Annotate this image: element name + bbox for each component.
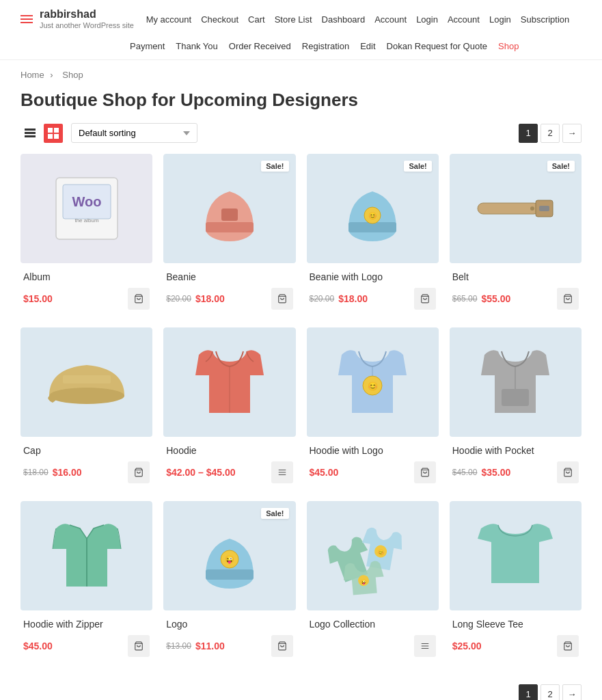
nav-dashboard[interactable]: Dashboard bbox=[322, 14, 366, 25]
product-info-hoodie-zipper: Hoodie with Zipper $45.00 bbox=[20, 610, 152, 664]
nav-account2[interactable]: Account bbox=[448, 14, 480, 25]
product-name-beanie: Beanie bbox=[166, 271, 292, 282]
add-to-cart-hoodie-zipper[interactable] bbox=[128, 635, 150, 657]
price-old-hoodie-pocket: $45.00 bbox=[452, 468, 478, 477]
svg-rect-23 bbox=[539, 206, 549, 211]
price-hoodie: $42.00 – $45.00 bbox=[166, 467, 235, 478]
price-new-beanie: $18.00 bbox=[195, 293, 225, 304]
product-image-hoodie[interactable] bbox=[163, 327, 295, 437]
page-next-bottom[interactable]: → bbox=[562, 684, 582, 700]
add-to-cart-longsleeve[interactable] bbox=[557, 635, 579, 657]
page-2-bottom[interactable]: 2 bbox=[541, 684, 560, 700]
add-to-cart-belt[interactable] bbox=[557, 288, 579, 310]
nav-myaccount[interactable]: My account bbox=[146, 14, 191, 25]
product-image-beanie-logo[interactable]: Sale! 😊 bbox=[307, 154, 439, 263]
nav-registration[interactable]: Registration bbox=[302, 41, 349, 51]
product-info-beanie: Beanie $20.00 $18.00 bbox=[163, 263, 295, 317]
product-bottom-hoodie: $42.00 – $45.00 bbox=[166, 461, 292, 483]
product-name-hoodie: Hoodie bbox=[166, 445, 292, 456]
product-image-logo-collection[interactable]: 😊 😜 bbox=[307, 501, 439, 610]
price-new-cap: $16.00 bbox=[53, 467, 82, 478]
nav-subscription[interactable]: Subscription bbox=[521, 14, 570, 25]
nav-account1[interactable]: Account bbox=[374, 14, 407, 25]
product-bottom-logo-collection bbox=[310, 635, 436, 657]
product-image-hoodie-pocket[interactable] bbox=[450, 327, 582, 437]
product-price-hoodie-pocket: $45.00 $35.00 bbox=[452, 467, 511, 478]
svg-rect-37 bbox=[502, 389, 529, 406]
product-hoodie-zipper: Hoodie with Zipper $45.00 bbox=[20, 501, 152, 664]
add-to-cart-beanie-logo[interactable] bbox=[414, 288, 436, 310]
add-to-cart-logo[interactable] bbox=[271, 635, 293, 657]
nav-dokan[interactable]: Dokan Request for Quote bbox=[387, 41, 487, 51]
product-beanie-logo: Sale! 😊 Beanie with Logo $20.00 $18.00 bbox=[307, 154, 439, 317]
product-image-cap[interactable] bbox=[20, 327, 152, 437]
price-longsleeve: $25.00 bbox=[452, 641, 482, 651]
product-image-belt[interactable]: Sale! bbox=[450, 154, 582, 263]
product-image-beanie[interactable]: Sale! bbox=[163, 154, 295, 263]
add-to-cart-hoodie-pocket[interactable] bbox=[557, 461, 579, 483]
svg-text:the album: the album bbox=[74, 217, 98, 224]
product-image-longsleeve[interactable] bbox=[450, 501, 582, 610]
product-image-hoodie-logo[interactable]: 😊 bbox=[307, 327, 439, 437]
nav-checkout[interactable]: Checkout bbox=[201, 14, 238, 25]
svg-rect-2 bbox=[25, 135, 36, 137]
logo-area: rabbirshad Just another WordPress site bbox=[20, 8, 134, 30]
sale-badge-belt: Sale! bbox=[547, 161, 575, 172]
page-next-top[interactable]: → bbox=[562, 124, 582, 143]
sort-select[interactable]: Default sorting Sort by popularity Sort … bbox=[71, 123, 197, 143]
product-info-album: Album $15.00 bbox=[20, 263, 152, 317]
svg-rect-4 bbox=[54, 128, 59, 133]
sale-badge-logo: Sale! bbox=[261, 508, 288, 519]
nav-login1[interactable]: Login bbox=[416, 14, 438, 25]
product-album: Woo the album Album $15.00 bbox=[20, 154, 152, 317]
list-view-icon[interactable] bbox=[20, 124, 40, 143]
price-old-beanie: $20.00 bbox=[166, 294, 191, 304]
svg-rect-13 bbox=[206, 222, 254, 232]
breadcrumb-home[interactable]: Home bbox=[20, 70, 44, 80]
svg-text:😊: 😊 bbox=[368, 211, 377, 220]
svg-text:😜: 😜 bbox=[225, 554, 234, 564]
nav-login2[interactable]: Login bbox=[489, 14, 511, 25]
add-to-cart-hoodie[interactable] bbox=[271, 461, 293, 483]
hamburger-menu[interactable] bbox=[20, 15, 33, 23]
product-info-belt: Belt $65.00 $55.00 bbox=[450, 263, 582, 317]
product-price-cap: $18.00 $16.00 bbox=[23, 467, 82, 478]
svg-rect-43 bbox=[206, 569, 254, 580]
add-to-cart-album[interactable] bbox=[128, 288, 150, 310]
add-to-cart-logo-collection[interactable] bbox=[414, 635, 436, 657]
add-to-cart-beanie[interactable] bbox=[271, 288, 293, 310]
product-bottom-cap: $18.00 $16.00 bbox=[23, 461, 150, 483]
nav-edit[interactable]: Edit bbox=[360, 41, 375, 51]
product-bottom-album: $15.00 bbox=[23, 288, 150, 310]
product-image-album[interactable]: Woo the album bbox=[20, 154, 152, 263]
product-logo-collection: 😊 😜 Logo Collection bbox=[307, 501, 439, 664]
nav-shop[interactable]: Shop bbox=[498, 41, 519, 51]
product-info-logo-collection: Logo Collection bbox=[307, 610, 439, 664]
product-beanie: Sale! Beanie $20.00 $18.00 bbox=[163, 154, 295, 317]
page-2-top[interactable]: 2 bbox=[541, 124, 560, 143]
price-hoodie-logo: $45.00 bbox=[310, 467, 339, 478]
product-name-hoodie-logo: Hoodie with Logo bbox=[310, 445, 436, 456]
product-price-logo: $13.00 $11.00 bbox=[166, 641, 225, 651]
nav-payment[interactable]: Payment bbox=[130, 41, 165, 51]
add-to-cart-hoodie-logo[interactable] bbox=[414, 461, 436, 483]
nav-orderreceived[interactable]: Order Received bbox=[229, 41, 291, 51]
page-1-bottom[interactable]: 1 bbox=[519, 684, 538, 700]
product-bottom-hoodie-logo: $45.00 bbox=[310, 461, 436, 483]
product-price-hoodie-zipper: $45.00 bbox=[23, 641, 53, 651]
add-to-cart-cap[interactable] bbox=[128, 461, 150, 483]
nav-cart[interactable]: Cart bbox=[248, 14, 265, 25]
svg-rect-5 bbox=[48, 134, 53, 139]
product-image-logo[interactable]: Sale! 😜 bbox=[163, 501, 295, 610]
product-info-cap: Cap $18.00 $16.00 bbox=[20, 437, 152, 490]
product-hoodie-logo: 😊 Hoodie with Logo $45.00 bbox=[307, 327, 439, 490]
product-bottom-beanie-logo: $20.00 $18.00 bbox=[310, 288, 436, 310]
view-icons bbox=[20, 124, 63, 143]
product-image-hoodie-zipper[interactable] bbox=[20, 501, 152, 610]
nav-storelist[interactable]: Store List bbox=[275, 14, 312, 25]
grid-view-icon[interactable] bbox=[44, 124, 63, 143]
product-name-hoodie-zipper: Hoodie with Zipper bbox=[23, 619, 150, 630]
nav-thankyou[interactable]: Thank You bbox=[176, 41, 217, 51]
sale-badge-beanie: Sale! bbox=[261, 161, 288, 172]
page-1-top[interactable]: 1 bbox=[519, 124, 538, 143]
